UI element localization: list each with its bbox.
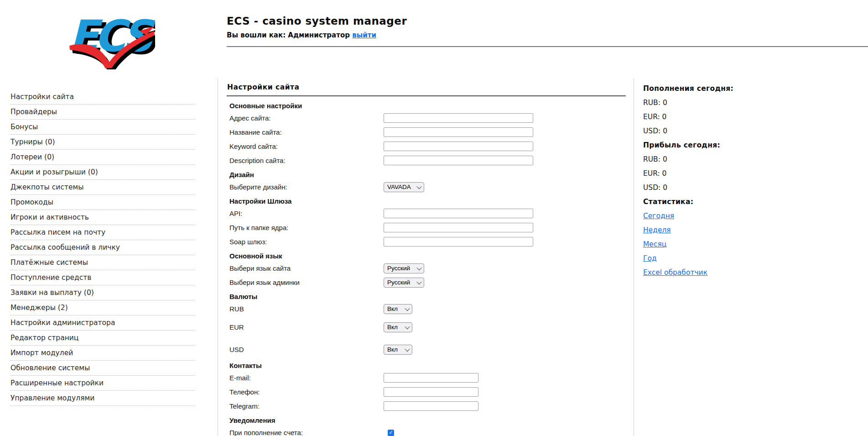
rub-toggle-select[interactable]: Вкл: [384, 304, 412, 314]
design-select-value: VAVADA: [387, 184, 411, 190]
site-description-label: Description сайта:: [229, 157, 384, 164]
admin-language-select[interactable]: Русский: [384, 278, 424, 288]
phone-input[interactable]: [384, 387, 478, 397]
logged-in-as-label: Вы вошли как: Администратор: [227, 31, 350, 39]
sidebar-item-tournaments[interactable]: Турниры (0): [10, 135, 195, 150]
stats-link-week[interactable]: Неделя: [643, 226, 671, 234]
usd-toggle-select[interactable]: Вкл: [384, 345, 412, 355]
sidebar-item-managers[interactable]: Менеджеры (2): [10, 300, 195, 315]
chevron-down-icon: [416, 279, 421, 284]
ecs-logo: ECS ECS: [63, 7, 155, 69]
stats-link-today[interactable]: Сегодня: [643, 212, 674, 220]
sidebar-item-providers[interactable]: Провайдеры: [10, 105, 195, 120]
email-label: E-mail:: [229, 374, 384, 382]
sidebar-item-module-import[interactable]: Импорт модулей: [10, 346, 195, 361]
admin-language-select-value: Русский: [387, 279, 410, 286]
sidebar-item-email-mailing[interactable]: Рассылка писем на почту: [10, 225, 195, 240]
deposit-notify-checkbox[interactable]: [388, 430, 394, 436]
telegram-label: Telegram:: [229, 402, 384, 410]
site-keyword-label: Keyword сайта:: [229, 142, 384, 150]
sidebar-item-module-management[interactable]: Управление модулями: [10, 391, 195, 406]
site-language-label: Выбери язык сайта: [229, 264, 384, 272]
deposits-usd-value: USD: 0: [643, 126, 858, 136]
sidebar-item-admin-settings[interactable]: Настройки администратора: [10, 315, 195, 331]
telegram-input[interactable]: [384, 401, 478, 411]
design-select[interactable]: VAVADA: [384, 182, 424, 192]
usd-toggle-value: Вкл: [387, 346, 398, 353]
site-name-input[interactable]: [384, 127, 533, 137]
sidebar-item-lotteries[interactable]: Лотереи (0): [10, 150, 195, 165]
sidebar-item-system-update[interactable]: Обновление системы: [10, 361, 195, 376]
phone-label: Телефон:: [229, 388, 384, 396]
general-section-heading: Основные настройки: [227, 101, 626, 110]
sidebar-item-payout-requests[interactable]: Заявки на выплату (0): [10, 285, 195, 300]
site-keyword-input[interactable]: [384, 142, 533, 151]
core-path-input[interactable]: [384, 223, 533, 232]
contacts-section-heading: Контакты: [227, 361, 626, 370]
notifications-section-heading: Уведомления: [227, 415, 626, 425]
chevron-down-icon: [405, 305, 410, 310]
chevron-down-icon: [405, 324, 410, 329]
page-title: ECS - casino system manager: [227, 15, 407, 27]
profit-today-heading: Прибыль сегодня:: [643, 141, 858, 150]
soap-gateway-label: Soap шлюз:: [229, 238, 384, 246]
soap-gateway-input[interactable]: [384, 237, 533, 247]
main-stats-divider: [634, 79, 634, 436]
eur-toggle-value: Вкл: [387, 324, 398, 331]
sidebar-item-promotions[interactable]: Акции и розыгрыши (0): [10, 165, 195, 180]
panel-title: Настройки сайта: [227, 83, 626, 96]
sidebar-item-site-settings[interactable]: Настройки сайта: [10, 89, 195, 105]
sidebar-item-pm-mailing[interactable]: Рассылка сообщений в личку: [10, 240, 195, 255]
sidebar-item-bonuses[interactable]: Бонусы: [10, 120, 195, 135]
chevron-down-icon: [416, 265, 421, 270]
core-path-label: Путь к папке ядра:: [229, 224, 384, 231]
site-address-label: Адрес сайта:: [229, 114, 384, 122]
sidebar-item-payment-systems[interactable]: Платёжные системы: [10, 255, 195, 270]
site-address-input[interactable]: [384, 113, 533, 123]
sidebar-item-page-editor[interactable]: Редактор страниц: [10, 331, 195, 346]
design-select-label: Выберите дизайн:: [229, 183, 384, 191]
email-input[interactable]: [384, 373, 478, 383]
sidebar-main-divider: [218, 79, 218, 436]
api-input[interactable]: [384, 209, 533, 218]
eur-currency-label: EUR: [229, 323, 384, 331]
profit-eur-value: EUR: 0: [643, 169, 858, 179]
usd-currency-label: USD: [229, 346, 384, 353]
sidebar-item-promocodes[interactable]: Промокоды: [10, 195, 195, 210]
stats-link-excel-handler[interactable]: Excel обработчик: [643, 268, 707, 277]
profit-rub-value: RUB: 0: [643, 155, 858, 164]
sidebar-item-jackpots[interactable]: Джекпоты системы: [10, 180, 195, 195]
page: ECS ECS ECS - casino system manager Вы в…: [0, 0, 868, 436]
sidebar-menu: Настройки сайта Провайдеры Бонусы Турнир…: [10, 89, 195, 406]
deposits-eur-value: EUR: 0: [643, 112, 858, 122]
language-section-heading: Основной язык: [227, 251, 626, 261]
rub-currency-label: RUB: [229, 305, 384, 313]
stats-panel: Пополнения сегодня: RUB: 0 EUR: 0 USD: 0…: [643, 84, 858, 282]
deposits-today-heading: Пополнения сегодня:: [643, 84, 858, 94]
logout-link[interactable]: выйти: [352, 31, 376, 39]
site-description-input[interactable]: [384, 156, 533, 165]
site-language-select[interactable]: Русский: [384, 263, 424, 273]
chevron-down-icon: [405, 346, 410, 351]
admin-language-label: Выбери язык админки: [229, 278, 384, 286]
gateway-section-heading: Настройки Шлюза: [227, 196, 626, 206]
currency-section-heading: Валюты: [227, 292, 626, 301]
header-divider: [227, 46, 868, 47]
deposit-notify-label: При пополнение счета:: [229, 429, 384, 436]
stats-link-year[interactable]: Год: [643, 254, 657, 263]
profit-usd-value: USD: 0: [643, 183, 858, 193]
sidebar-item-advanced-settings[interactable]: Расширенные настройки: [10, 376, 195, 391]
deposits-rub-value: RUB: 0: [643, 98, 858, 108]
site-settings-panel: Настройки сайта Основные настройки Адрес…: [227, 83, 626, 436]
sidebar-item-players-activity[interactable]: Игроки и активность: [10, 210, 195, 225]
site-name-label: Название сайта:: [229, 128, 384, 136]
api-label: API:: [229, 210, 384, 217]
stats-link-month[interactable]: Месяц: [643, 240, 666, 248]
design-section-heading: Дизайн: [227, 170, 626, 179]
sidebar-item-incoming-funds[interactable]: Поступление средств: [10, 270, 195, 285]
rub-toggle-value: Вкл: [387, 305, 398, 312]
chevron-down-icon: [416, 184, 421, 189]
statistics-heading: Статистика:: [643, 197, 858, 207]
site-language-select-value: Русский: [387, 265, 410, 272]
eur-toggle-select[interactable]: Вкл: [384, 322, 412, 332]
